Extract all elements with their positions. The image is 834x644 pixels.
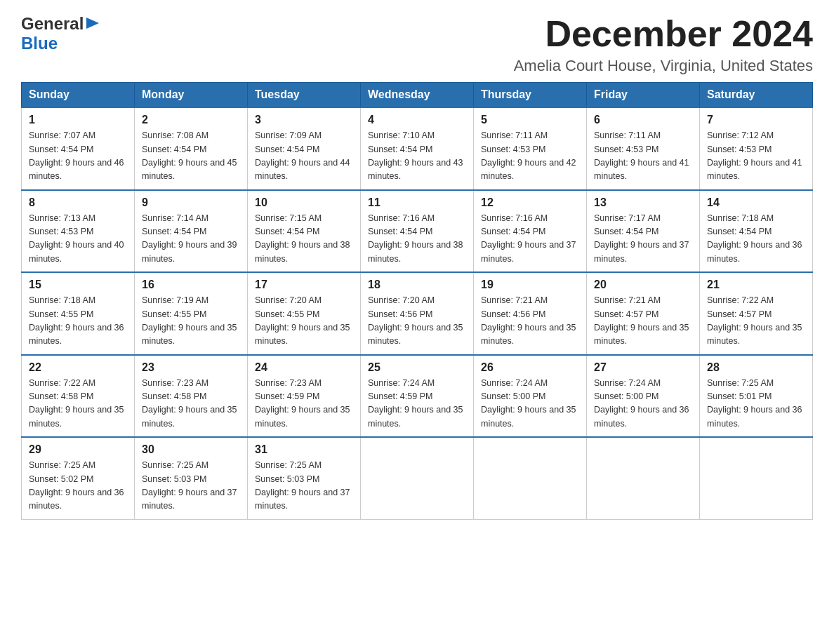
calendar-day-cell: 14 Sunrise: 7:18 AMSunset: 4:54 PMDaylig… (700, 190, 813, 273)
month-year-title: December 2024 (514, 14, 813, 54)
weekday-header-saturday: Saturday (700, 83, 813, 108)
day-info: Sunrise: 7:14 AMSunset: 4:54 PMDaylight:… (142, 213, 237, 264)
day-info: Sunrise: 7:24 AMSunset: 5:00 PMDaylight:… (594, 378, 689, 429)
weekday-header-wednesday: Wednesday (361, 83, 474, 108)
calendar-day-cell: 23 Sunrise: 7:23 AMSunset: 4:58 PMDaylig… (135, 355, 248, 438)
calendar-day-cell (587, 437, 700, 519)
day-info: Sunrise: 7:10 AMSunset: 4:54 PMDaylight:… (368, 130, 463, 181)
day-info: Sunrise: 7:25 AMSunset: 5:03 PMDaylight:… (255, 460, 350, 511)
day-number: 25 (368, 361, 466, 374)
calendar-day-cell: 10 Sunrise: 7:15 AMSunset: 4:54 PMDaylig… (248, 190, 361, 273)
calendar-week-row: 1 Sunrise: 7:07 AMSunset: 4:54 PMDayligh… (22, 107, 813, 190)
day-number: 2 (142, 114, 240, 126)
day-info: Sunrise: 7:22 AMSunset: 4:58 PMDaylight:… (29, 378, 124, 429)
day-number: 18 (368, 279, 466, 291)
day-info: Sunrise: 7:21 AMSunset: 4:56 PMDaylight:… (481, 295, 576, 346)
day-number: 10 (255, 196, 353, 209)
page-header: General Blue December 2024 Amelia Court … (21, 14, 813, 75)
day-info: Sunrise: 7:19 AMSunset: 4:55 PMDaylight:… (142, 295, 237, 346)
day-number: 19 (481, 279, 579, 291)
day-info: Sunrise: 7:22 AMSunset: 4:57 PMDaylight:… (707, 295, 802, 346)
svg-marker-0 (86, 18, 99, 29)
weekday-header-friday: Friday (587, 83, 700, 108)
day-number: 13 (594, 196, 692, 209)
logo-arrow-icon (85, 16, 100, 30)
calendar-day-cell: 3 Sunrise: 7:09 AMSunset: 4:54 PMDayligh… (248, 107, 361, 190)
day-info: Sunrise: 7:11 AMSunset: 4:53 PMDaylight:… (594, 130, 689, 181)
calendar-day-cell: 12 Sunrise: 7:16 AMSunset: 4:54 PMDaylig… (474, 190, 587, 273)
calendar-week-row: 22 Sunrise: 7:22 AMSunset: 4:58 PMDaylig… (22, 355, 813, 438)
day-info: Sunrise: 7:25 AMSunset: 5:01 PMDaylight:… (707, 378, 802, 429)
day-number: 29 (29, 443, 127, 456)
calendar-day-cell: 15 Sunrise: 7:18 AMSunset: 4:55 PMDaylig… (22, 272, 135, 355)
day-info: Sunrise: 7:23 AMSunset: 4:58 PMDaylight:… (142, 378, 237, 429)
weekday-header-sunday: Sunday (22, 83, 135, 108)
calendar-table: SundayMondayTuesdayWednesdayThursdayFrid… (21, 82, 813, 520)
calendar-day-cell: 13 Sunrise: 7:17 AMSunset: 4:54 PMDaylig… (587, 190, 700, 273)
day-info: Sunrise: 7:17 AMSunset: 4:54 PMDaylight:… (594, 213, 689, 264)
calendar-day-cell: 1 Sunrise: 7:07 AMSunset: 4:54 PMDayligh… (22, 107, 135, 190)
calendar-week-row: 15 Sunrise: 7:18 AMSunset: 4:55 PMDaylig… (22, 272, 813, 355)
calendar-day-cell: 29 Sunrise: 7:25 AMSunset: 5:02 PMDaylig… (22, 437, 135, 519)
calendar-day-cell: 27 Sunrise: 7:24 AMSunset: 5:00 PMDaylig… (587, 355, 700, 438)
day-number: 21 (707, 279, 805, 291)
day-info: Sunrise: 7:08 AMSunset: 4:54 PMDaylight:… (142, 130, 237, 181)
day-info: Sunrise: 7:18 AMSunset: 4:54 PMDaylight:… (707, 213, 802, 264)
day-info: Sunrise: 7:16 AMSunset: 4:54 PMDaylight:… (481, 213, 576, 264)
calendar-day-cell (700, 437, 813, 519)
calendar-day-cell: 8 Sunrise: 7:13 AMSunset: 4:53 PMDayligh… (22, 190, 135, 273)
location-subtitle: Amelia Court House, Virginia, United Sta… (514, 57, 813, 75)
calendar-day-cell: 18 Sunrise: 7:20 AMSunset: 4:56 PMDaylig… (361, 272, 474, 355)
day-number: 5 (481, 114, 579, 126)
day-number: 15 (29, 279, 127, 291)
day-number: 3 (255, 114, 353, 126)
day-number: 30 (142, 443, 240, 456)
day-info: Sunrise: 7:15 AMSunset: 4:54 PMDaylight:… (255, 213, 350, 264)
logo-blue-text: Blue (21, 34, 58, 53)
calendar-day-cell: 31 Sunrise: 7:25 AMSunset: 5:03 PMDaylig… (248, 437, 361, 519)
calendar-week-row: 8 Sunrise: 7:13 AMSunset: 4:53 PMDayligh… (22, 190, 813, 273)
logo: General Blue (21, 14, 100, 53)
calendar-day-cell: 21 Sunrise: 7:22 AMSunset: 4:57 PMDaylig… (700, 272, 813, 355)
day-number: 11 (368, 196, 466, 209)
calendar-day-cell: 16 Sunrise: 7:19 AMSunset: 4:55 PMDaylig… (135, 272, 248, 355)
day-info: Sunrise: 7:18 AMSunset: 4:55 PMDaylight:… (29, 295, 124, 346)
day-number: 20 (594, 279, 692, 291)
day-info: Sunrise: 7:24 AMSunset: 4:59 PMDaylight:… (368, 378, 463, 429)
day-number: 4 (368, 114, 466, 126)
calendar-day-cell: 5 Sunrise: 7:11 AMSunset: 4:53 PMDayligh… (474, 107, 587, 190)
day-number: 14 (707, 196, 805, 209)
day-number: 6 (594, 114, 692, 126)
calendar-day-cell: 22 Sunrise: 7:22 AMSunset: 4:58 PMDaylig… (22, 355, 135, 438)
day-number: 7 (707, 114, 805, 126)
calendar-day-cell (474, 437, 587, 519)
day-number: 17 (255, 279, 353, 291)
day-info: Sunrise: 7:21 AMSunset: 4:57 PMDaylight:… (594, 295, 689, 346)
day-number: 16 (142, 279, 240, 291)
weekday-header-thursday: Thursday (474, 83, 587, 108)
day-number: 9 (142, 196, 240, 209)
day-info: Sunrise: 7:25 AMSunset: 5:03 PMDaylight:… (142, 460, 237, 511)
calendar-week-row: 29 Sunrise: 7:25 AMSunset: 5:02 PMDaylig… (22, 437, 813, 519)
day-number: 26 (481, 361, 579, 374)
day-info: Sunrise: 7:25 AMSunset: 5:02 PMDaylight:… (29, 460, 124, 511)
calendar-day-cell: 6 Sunrise: 7:11 AMSunset: 4:53 PMDayligh… (587, 107, 700, 190)
day-info: Sunrise: 7:24 AMSunset: 5:00 PMDaylight:… (481, 378, 576, 429)
day-number: 28 (707, 361, 805, 374)
weekday-header-row: SundayMondayTuesdayWednesdayThursdayFrid… (22, 83, 813, 108)
day-info: Sunrise: 7:23 AMSunset: 4:59 PMDaylight:… (255, 378, 350, 429)
day-info: Sunrise: 7:07 AMSunset: 4:54 PMDaylight:… (29, 130, 124, 181)
day-number: 27 (594, 361, 692, 374)
day-info: Sunrise: 7:16 AMSunset: 4:54 PMDaylight:… (368, 213, 463, 264)
calendar-day-cell: 20 Sunrise: 7:21 AMSunset: 4:57 PMDaylig… (587, 272, 700, 355)
calendar-day-cell (361, 437, 474, 519)
day-number: 24 (255, 361, 353, 374)
weekday-header-monday: Monday (135, 83, 248, 108)
day-number: 8 (29, 196, 127, 209)
calendar-day-cell: 28 Sunrise: 7:25 AMSunset: 5:01 PMDaylig… (700, 355, 813, 438)
title-area: December 2024 Amelia Court House, Virgin… (514, 14, 813, 75)
calendar-day-cell: 24 Sunrise: 7:23 AMSunset: 4:59 PMDaylig… (248, 355, 361, 438)
calendar-day-cell: 25 Sunrise: 7:24 AMSunset: 4:59 PMDaylig… (361, 355, 474, 438)
day-number: 31 (255, 443, 353, 456)
day-info: Sunrise: 7:12 AMSunset: 4:53 PMDaylight:… (707, 130, 802, 181)
